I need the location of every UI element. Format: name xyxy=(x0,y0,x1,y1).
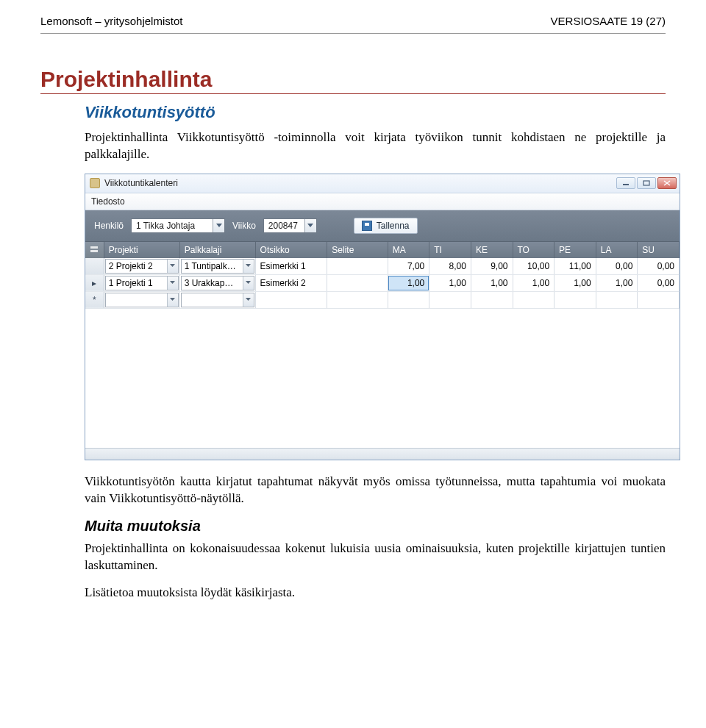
row-indicator-current[interactable]: ▸ xyxy=(85,274,104,291)
save-icon xyxy=(362,221,372,231)
close-icon xyxy=(663,180,671,186)
col-to[interactable]: TO xyxy=(513,242,555,258)
chevron-down-icon xyxy=(243,293,254,307)
title-underline xyxy=(40,93,666,94)
p2: Projektinhallinta on kokonaisuudessaa ko… xyxy=(85,540,666,574)
cell-ma[interactable] xyxy=(388,291,429,308)
section-subtitle: Viikkotuntisyöttö xyxy=(85,103,666,122)
cell-pe[interactable]: 1,00 xyxy=(555,274,596,291)
row-indicator-new[interactable]: * xyxy=(85,291,104,308)
svg-marker-9 xyxy=(246,264,251,267)
chevron-down-icon xyxy=(167,276,178,290)
chevron-down-icon xyxy=(167,293,178,307)
doc-header-right: VERSIOSAATE 19 (27) xyxy=(551,15,666,27)
maximize-button[interactable] xyxy=(637,177,656,189)
cell-value xyxy=(182,293,243,307)
cell-ma[interactable]: 1,00 xyxy=(388,274,429,291)
intro-paragraph: Projektinhallinta Viikkotuntisyöttö -toi… xyxy=(85,129,666,163)
svg-marker-8 xyxy=(170,264,175,267)
toolbar: Henkilö 1 Tikka Johtaja Viikko 200847 Ta… xyxy=(85,210,680,242)
cell-value: 1 Projekti 1 xyxy=(106,276,167,290)
cell-pe[interactable]: 11,00 xyxy=(555,258,596,275)
cell-selite[interactable] xyxy=(327,291,388,308)
cell-palkkalaji[interactable]: 3 Urakkap… xyxy=(179,274,255,291)
svg-rect-6 xyxy=(90,246,98,249)
col-ke[interactable]: KE xyxy=(471,242,513,258)
cell-ti[interactable] xyxy=(429,291,471,308)
week-value: 200847 xyxy=(264,221,304,231)
cell-projekti[interactable] xyxy=(104,291,179,308)
col-su[interactable]: SU xyxy=(638,242,680,258)
col-ti[interactable]: TI xyxy=(429,242,471,258)
svg-rect-0 xyxy=(623,184,629,185)
cell-to[interactable] xyxy=(513,291,555,308)
subsection-title: Muita muutoksia xyxy=(85,518,666,535)
cell-palkkalaji[interactable]: 1 Tuntipalk… xyxy=(179,258,255,275)
chevron-down-icon xyxy=(304,219,316,232)
cell-su[interactable]: 0,00 xyxy=(638,258,680,275)
col-ma[interactable]: MA xyxy=(388,242,429,258)
svg-marker-13 xyxy=(246,298,251,301)
save-button[interactable]: Tallenna xyxy=(354,218,418,234)
mid-paragraph: Viikkotuntisyötön kautta kirjatut tapaht… xyxy=(85,474,666,507)
divider xyxy=(40,33,666,34)
menu-file[interactable]: Tiedosto xyxy=(91,196,125,207)
cell-la[interactable]: 1,00 xyxy=(596,274,638,291)
cell-ti[interactable]: 1,00 xyxy=(429,274,471,291)
cell-ti[interactable]: 8,00 xyxy=(429,258,471,275)
grid-header-row: Projekti Palkkalaji Otsikko Selite MA TI… xyxy=(85,242,680,258)
chevron-down-icon xyxy=(243,276,254,290)
cell-la[interactable]: 0,00 xyxy=(596,258,638,275)
col-projekti[interactable]: Projekti xyxy=(104,242,179,258)
table-row: ▸ 1 Projekti 1 3 Urakkap… Esimerkki 2 1,… xyxy=(85,274,680,291)
close-button[interactable] xyxy=(657,177,677,189)
cell-selite[interactable] xyxy=(327,258,388,275)
col-otsikko[interactable]: Otsikko xyxy=(255,242,327,258)
save-button-label: Tallenna xyxy=(377,221,410,231)
cell-projekti[interactable]: 2 Projekti 2 xyxy=(104,258,179,275)
statusbar xyxy=(85,448,680,460)
cell-otsikko[interactable]: Esimerkki 2 xyxy=(255,274,327,291)
col-palkkalaji[interactable]: Palkkalaji xyxy=(179,242,255,258)
cell-selite[interactable] xyxy=(327,274,388,291)
person-select[interactable]: 1 Tikka Johtaja xyxy=(131,218,225,233)
cell-la[interactable] xyxy=(596,291,638,308)
week-label: Viikko xyxy=(232,221,256,231)
app-window: Viikkotuntikalenteri Tiedosto Henkilö 1 … xyxy=(85,174,680,460)
svg-rect-7 xyxy=(90,250,98,252)
app-icon xyxy=(90,178,100,188)
cell-pe[interactable] xyxy=(555,291,596,308)
cell-value xyxy=(106,293,167,307)
chevron-down-icon xyxy=(213,219,224,232)
week-select[interactable]: 200847 xyxy=(263,218,317,233)
window-title: Viikkotuntikalenteri xyxy=(104,178,616,188)
cell-projekti[interactable]: 1 Projekti 1 xyxy=(104,274,179,291)
svg-marker-10 xyxy=(170,281,175,284)
menubar: Tiedosto xyxy=(85,193,680,210)
chevron-down-icon xyxy=(243,260,254,273)
cell-value: 1 Tuntipalk… xyxy=(182,260,243,273)
cell-ma[interactable]: 7,00 xyxy=(388,258,429,275)
titlebar: Viikkotuntikalenteri xyxy=(85,174,680,193)
cell-su[interactable]: 0,00 xyxy=(638,274,680,291)
minimize-button[interactable] xyxy=(616,177,635,189)
col-selite[interactable]: Selite xyxy=(327,242,388,258)
row-indicator[interactable] xyxy=(85,258,104,275)
cell-to[interactable]: 1,00 xyxy=(513,274,555,291)
person-value: 1 Tikka Johtaja xyxy=(132,221,213,231)
cell-ke[interactable] xyxy=(471,291,513,308)
minimize-icon xyxy=(622,180,630,186)
row-selector-header[interactable] xyxy=(85,242,104,258)
col-la[interactable]: LA xyxy=(596,242,638,258)
cell-to[interactable]: 10,00 xyxy=(513,258,555,275)
page-title: Projektinhallinta xyxy=(40,67,666,92)
cell-ke[interactable]: 1,00 xyxy=(471,274,513,291)
cell-palkkalaji[interactable] xyxy=(179,291,255,308)
cell-su[interactable] xyxy=(638,291,680,308)
cell-otsikko[interactable]: Esimerkki 1 xyxy=(255,258,327,275)
cell-value: 2 Projekti 2 xyxy=(106,260,167,273)
cell-otsikko[interactable] xyxy=(255,291,327,308)
col-pe[interactable]: PE xyxy=(555,242,596,258)
cell-ke[interactable]: 9,00 xyxy=(471,258,513,275)
selector-icon xyxy=(90,246,99,253)
